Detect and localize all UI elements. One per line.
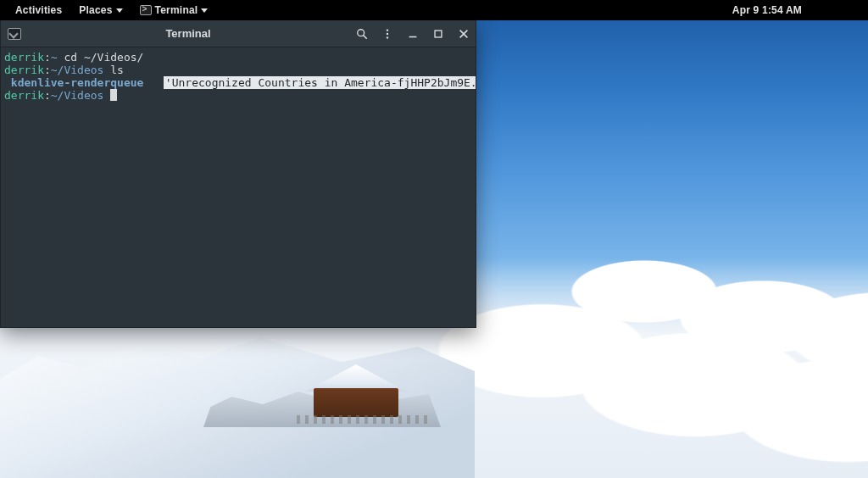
prompt-sep: : bbox=[44, 64, 51, 76]
maximize-icon bbox=[432, 28, 444, 40]
clock-label: Apr 9 1:54 AM bbox=[732, 4, 802, 16]
minimize-button[interactable] bbox=[406, 27, 420, 41]
activities-button[interactable]: Activities bbox=[7, 4, 70, 16]
close-button[interactable] bbox=[457, 27, 470, 41]
prompt-user: derrik bbox=[4, 51, 44, 64]
svg-point-4 bbox=[387, 36, 388, 38]
titlebar-buttons bbox=[355, 27, 470, 41]
svg-point-3 bbox=[387, 32, 388, 34]
cmd-text: cd ~/Videos/ bbox=[58, 51, 144, 64]
svg-line-1 bbox=[364, 35, 367, 38]
svg-rect-6 bbox=[435, 31, 442, 37]
places-label: Places bbox=[79, 4, 112, 16]
prompt-user: derrik bbox=[4, 89, 44, 102]
search-icon bbox=[356, 28, 368, 40]
close-icon bbox=[458, 28, 470, 40]
gnome-topbar: Activities Places Terminal Apr 9 1:54 AM bbox=[0, 0, 868, 20]
ls-gap bbox=[150, 76, 164, 89]
terminal-icon bbox=[140, 5, 152, 15]
prompt-path: ~/Videos bbox=[51, 64, 104, 76]
wallpaper-cabin bbox=[305, 361, 407, 417]
prompt-path: ~ bbox=[51, 51, 58, 64]
maximize-button[interactable] bbox=[431, 27, 445, 41]
chevron-down-icon bbox=[201, 8, 208, 13]
cmd-text bbox=[103, 89, 110, 102]
terminal-window: Terminal derrik:~ cd ~/Videos/ bbox=[0, 20, 476, 328]
cmd-text: ls bbox=[103, 64, 123, 76]
places-menu[interactable]: Places bbox=[70, 4, 131, 16]
prompt-sep: : bbox=[44, 89, 51, 102]
clock-button[interactable]: Apr 9 1:54 AM bbox=[724, 4, 810, 16]
app-menu[interactable]: Terminal bbox=[131, 4, 217, 16]
terminal-icon bbox=[8, 28, 21, 40]
prompt-sep: : bbox=[44, 51, 51, 64]
terminal-viewport[interactable]: derrik:~ cd ~/Videos/ derrik:~/Videos ls… bbox=[1, 47, 476, 327]
ls-directory: kdenlive-renderqueue bbox=[4, 76, 150, 89]
desktop-wallpaper: Activities Places Terminal Apr 9 1:54 AM… bbox=[0, 0, 868, 478]
kebab-icon bbox=[381, 28, 393, 40]
svg-point-2 bbox=[387, 29, 388, 31]
search-button[interactable] bbox=[355, 27, 369, 41]
window-title: Terminal bbox=[21, 27, 355, 40]
ls-file-selected[interactable]: 'Unrecognized Countries in America-fjHHP… bbox=[164, 76, 476, 89]
menu-button[interactable] bbox=[381, 27, 394, 41]
terminal-cursor bbox=[110, 89, 117, 101]
activities-label: Activities bbox=[15, 4, 62, 16]
minimize-icon bbox=[407, 28, 419, 40]
chevron-down-icon bbox=[116, 8, 123, 13]
app-menu-label: Terminal bbox=[155, 4, 198, 16]
window-titlebar[interactable]: Terminal bbox=[1, 20, 476, 47]
prompt-user: derrik bbox=[4, 64, 44, 76]
prompt-path: ~/Videos bbox=[51, 89, 104, 102]
